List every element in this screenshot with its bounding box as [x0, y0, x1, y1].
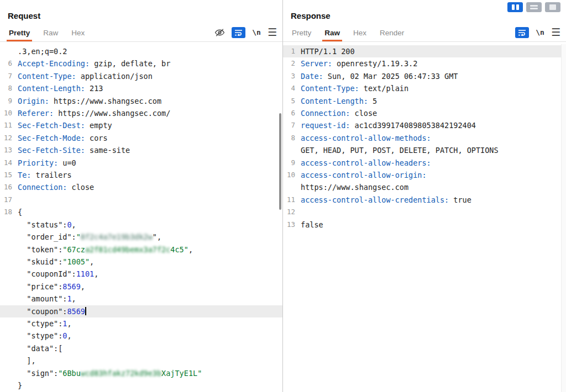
code-line[interactable]: 11Sec-Fetch-Dest: empty [0, 119, 282, 131]
layout-single-button[interactable] [545, 2, 560, 12]
code-line[interactable]: 15Te: trailers [0, 169, 282, 181]
code-line[interactable]: 12Sec-Fetch-Mode: cors [0, 132, 282, 144]
newline-toggle-icon[interactable]: \n [536, 28, 544, 36]
tab-render[interactable]: Render [373, 25, 411, 41]
code-line[interactable]: 13false [283, 219, 566, 231]
code-line[interactable]: "status":0, [0, 219, 282, 231]
line-number [0, 45, 18, 57]
code-line[interactable]: 10access-control-allow-origin: [283, 169, 566, 181]
response-panel: Response PrettyRawHexRender \n ☰ 1HTTP/1… [283, 0, 566, 392]
line-number: 15 [0, 169, 18, 181]
code-line[interactable]: 1HTTP/1.1 200 [283, 45, 566, 57]
line-number [0, 367, 18, 379]
tab-hex[interactable]: Hex [65, 25, 91, 41]
code-line[interactable]: 13Sec-Fetch-Site: same-site [0, 144, 282, 156]
layout-columns-button[interactable] [507, 2, 523, 12]
code-line[interactable]: 6Connection: close [283, 107, 566, 119]
menu-icon[interactable]: ☰ [268, 27, 277, 38]
request-editor[interactable]: .3,en;q=0.26Accept-Encoding: gzip, defla… [0, 42, 282, 392]
code-line[interactable]: https://www.shangsec.com [283, 181, 566, 193]
code-line[interactable]: "coupon":8569 [0, 305, 282, 317]
code-line[interactable]: 9access-control-allow-headers: [283, 157, 566, 169]
line-number: 7 [0, 70, 18, 82]
code-line[interactable]: 14Priority: u=0 [0, 157, 282, 169]
soft-wrap-icon[interactable] [515, 27, 529, 38]
code-line[interactable]: 7request-id: ac1cd3991740898053842192404 [283, 119, 566, 131]
code-line[interactable]: 5Content-Length: 5 [283, 95, 566, 107]
visibility-off-icon[interactable] [214, 28, 225, 37]
code-line[interactable]: 18{ [0, 206, 282, 218]
line-number: 12 [0, 132, 18, 144]
tab-hex[interactable]: Hex [347, 25, 373, 41]
code-line[interactable]: 4Content-Type: text/plain [283, 82, 566, 94]
request-scrollbar-thumb[interactable] [279, 113, 281, 210]
line-number: 4 [283, 82, 301, 94]
text-cursor [85, 307, 86, 315]
response-editor[interactable]: 1HTTP/1.1 2002Server: openresty/1.19.3.2… [283, 42, 566, 392]
code-line[interactable]: 2Server: openresty/1.19.3.2 [283, 57, 566, 70]
code-line[interactable]: GET, HEAD, PUT, POST, DELETE, PATCH, OPT… [283, 144, 566, 156]
line-number [0, 256, 18, 268]
code-line[interactable]: "sign":"6Bbuwcd83hfakz72kd9e3bXajTyE1L" [0, 367, 282, 379]
code-text: "sign":"6Bbuwcd83hfakz72kd9e3bXajTyE1L" [18, 367, 282, 379]
line-number [0, 231, 18, 243]
code-line[interactable]: 8access-control-allow-methods: [283, 132, 566, 144]
line-number: 1 [283, 45, 301, 57]
code-line[interactable]: ], [0, 354, 282, 367]
tab-raw[interactable]: Raw [318, 25, 347, 41]
code-text: Server: openresty/1.19.3.2 [301, 57, 566, 70]
code-line[interactable]: "data":[ [0, 342, 282, 354]
code-text: access-control-allow-methods: [301, 132, 566, 144]
code-line[interactable]: 16Connection: close [0, 181, 282, 193]
code-text: HTTP/1.1 200 [301, 45, 566, 57]
code-line[interactable]: 17 [0, 194, 282, 206]
line-number [0, 379, 18, 391]
line-number [283, 144, 301, 156]
tab-pretty[interactable]: Pretty [285, 25, 318, 41]
code-text: "data":[ [18, 342, 282, 354]
code-line[interactable]: "order_id":"8f2c4a7e19b3dk2w", [0, 231, 282, 243]
code-line[interactable]: "token":"67cza2f81cd49bemx3a7f2c4c5", [0, 243, 282, 256]
tab-raw[interactable]: Raw [36, 25, 65, 41]
line-number: 9 [283, 157, 301, 169]
code-text: "stype":0, [18, 330, 282, 342]
code-line[interactable]: .3,en;q=0.2 [0, 45, 282, 57]
code-line[interactable]: "skuid":"1005", [0, 256, 282, 268]
code-text: Content-Type: text/plain [301, 82, 566, 94]
code-line[interactable]: "couponId":1101, [0, 268, 282, 280]
request-tabbar: PrettyRawHex \ [0, 25, 282, 42]
code-line[interactable]: 9Origin: https://www.shangsec.com [0, 95, 282, 107]
code-line[interactable]: "ctype":1, [0, 317, 282, 330]
code-line[interactable]: 6Accept-Encoding: gzip, deflate, br [0, 57, 282, 70]
columns-icon [512, 4, 515, 10]
menu-icon[interactable]: ☰ [551, 27, 560, 38]
line-number: 6 [0, 57, 18, 70]
soft-wrap-icon[interactable] [232, 27, 245, 38]
tab-pretty[interactable]: Pretty [2, 25, 36, 41]
line-number: 10 [0, 107, 18, 119]
code-text: Date: Sun, 02 Mar 2025 06:47:33 GMT [301, 70, 566, 82]
code-line[interactable]: 12 [283, 206, 566, 218]
layout-rows-button[interactable] [526, 2, 542, 12]
code-text: "order_id":"8f2c4a7e19b3dk2w", [18, 231, 282, 243]
code-line[interactable]: "amount":1, [0, 293, 282, 305]
code-line[interactable]: "stype":0, [0, 330, 282, 342]
line-number [0, 354, 18, 367]
line-number: 8 [283, 132, 301, 144]
code-line[interactable]: } [0, 379, 282, 391]
line-number: 9 [0, 95, 18, 107]
code-line[interactable]: 7Content-Type: application/json [0, 70, 282, 82]
line-number [0, 268, 18, 280]
code-text: "skuid":"1005", [18, 256, 282, 268]
newline-toggle-icon[interactable]: \n [252, 28, 261, 36]
code-text: GET, HEAD, PUT, POST, DELETE, PATCH, OPT… [301, 144, 566, 156]
code-line[interactable]: 11access-control-allow-credentials: true [283, 194, 566, 206]
code-line[interactable]: 3Date: Sun, 02 Mar 2025 06:47:33 GMT [283, 70, 566, 82]
line-number: 17 [0, 194, 18, 206]
code-line[interactable]: "price":8569, [0, 280, 282, 293]
line-number [0, 219, 18, 231]
code-line[interactable]: 8Content-Length: 213 [0, 82, 282, 94]
response-scrollbar-track[interactable] [561, 44, 566, 392]
code-line[interactable]: 10Referer: https://www.shangsec.com/ [0, 107, 282, 119]
code-text: ], [18, 354, 282, 367]
